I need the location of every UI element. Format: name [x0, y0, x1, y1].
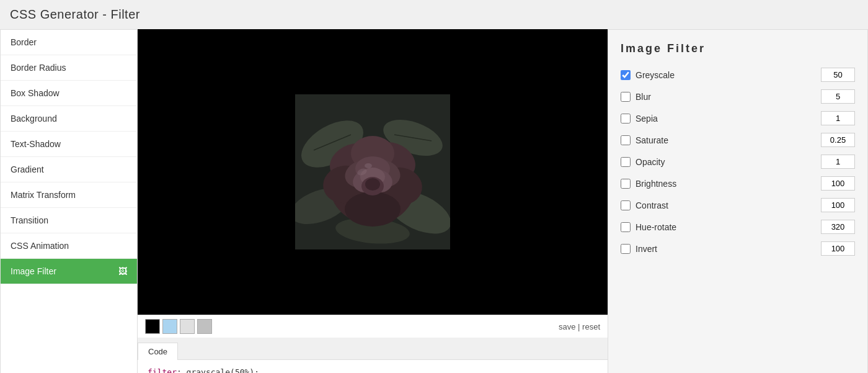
filter-row-saturate: Saturate [621, 133, 855, 147]
swatch-light-blue[interactable] [162, 319, 177, 334]
saturate-label: Saturate [636, 135, 816, 145]
swatch-light-grey[interactable] [180, 319, 195, 334]
opacity-input[interactable] [821, 155, 855, 169]
blur-input[interactable] [821, 89, 855, 104]
svg-point-24 [365, 163, 372, 168]
sidebar-item-background[interactable]: Background [1, 106, 137, 132]
color-swatches [145, 319, 212, 334]
svg-point-14 [345, 192, 401, 227]
filter-row-opacity: Opacity [621, 155, 855, 169]
save-link[interactable]: save [559, 322, 575, 331]
brightness-checkbox[interactable] [621, 179, 631, 189]
filter-row-sepia: Sepia [621, 111, 855, 125]
invert-input[interactable] [821, 241, 855, 256]
sidebar-item-text-shadow[interactable]: Text-Shadow [1, 132, 137, 157]
sepia-checkbox[interactable] [621, 114, 631, 124]
invert-checkbox[interactable] [621, 244, 631, 254]
code-value-filter: : grayscale(50%); [177, 367, 259, 373]
blur-label: Blur [636, 92, 816, 102]
contrast-label: Contrast [636, 200, 816, 210]
filter-row-brightness: Brightness [621, 176, 855, 191]
preview-controls: save | reset [138, 315, 608, 338]
invert-label: Invert [636, 244, 816, 254]
code-content: filter: grayscale(50%); -webkit-filter: … [138, 359, 608, 373]
contrast-input[interactable] [821, 198, 855, 212]
image-filter-icon: 🖼 [118, 266, 127, 276]
blur-checkbox[interactable] [621, 92, 631, 102]
reset-link[interactable]: reset [582, 322, 600, 331]
code-property-filter: filter [148, 367, 177, 373]
filter-row-hue-rotate: Hue-rotate [621, 220, 855, 234]
preview-actions: save | reset [559, 322, 600, 331]
greyscale-checkbox[interactable] [621, 70, 631, 80]
preview-area [138, 29, 608, 315]
hue-rotate-label: Hue-rotate [636, 222, 816, 232]
sidebar-item-image-filter[interactable]: Image Filter 🖼 [1, 259, 137, 284]
sidebar-item-border[interactable]: Border [1, 30, 137, 55]
swatch-medium-grey[interactable] [197, 319, 212, 334]
sidebar-item-border-radius[interactable]: Border Radius [1, 55, 137, 81]
sepia-input[interactable] [821, 111, 855, 125]
brightness-label: Brightness [636, 179, 816, 189]
brightness-input[interactable] [821, 176, 855, 191]
saturate-checkbox[interactable] [621, 135, 631, 145]
right-panel: Image Filter Greyscale Blur Sepia [608, 29, 868, 373]
sidebar-item-css-animation[interactable]: CSS Animation [1, 233, 137, 259]
page-title: CSS Generator - Filter [0, 0, 868, 29]
filter-row-contrast: Contrast [621, 198, 855, 212]
opacity-label: Opacity [636, 157, 816, 167]
panel-title: Image Filter [621, 42, 855, 55]
greyscale-label: Greyscale [636, 70, 816, 80]
filter-row-blur: Blur [621, 89, 855, 104]
sidebar: Border Border Radius Box Shadow Backgrou… [0, 29, 138, 373]
contrast-checkbox[interactable] [621, 200, 631, 210]
sidebar-item-matrix-transform[interactable]: Matrix Transform [1, 182, 137, 208]
sidebar-item-box-shadow[interactable]: Box Shadow [1, 81, 137, 106]
code-tab[interactable]: Code [138, 343, 178, 360]
sidebar-item-gradient[interactable]: Gradient [1, 157, 137, 182]
code-section: Code filter: grayscale(50%); -webkit-fil… [138, 343, 608, 373]
sidebar-item-transition[interactable]: Transition [1, 208, 137, 233]
swatch-black[interactable] [145, 319, 160, 334]
opacity-checkbox[interactable] [621, 157, 631, 167]
hue-rotate-input[interactable] [821, 220, 855, 234]
saturate-input[interactable] [821, 133, 855, 147]
rose-preview-image [295, 94, 450, 249]
filter-row-greyscale: Greyscale [621, 68, 855, 82]
hue-rotate-checkbox[interactable] [621, 222, 631, 232]
sepia-label: Sepia [636, 114, 816, 124]
greyscale-input[interactable] [821, 68, 855, 82]
filter-row-invert: Invert [621, 241, 855, 256]
svg-point-22 [365, 178, 380, 191]
